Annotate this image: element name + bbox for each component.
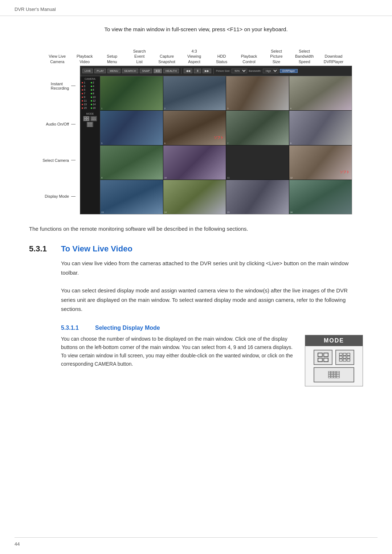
camera-cell-4[interactable]: 4 [289,76,352,110]
svg-rect-17 [87,124,89,124]
cam-num-12[interactable]: 12 [90,99,99,102]
subsection-5311-title: Selecting Display Mode [95,325,160,331]
cam-num-5[interactable]: 5 [81,88,90,91]
camera-cell-1[interactable]: 1 [100,76,163,110]
camera-cell-15[interactable]: 15 [226,180,289,214]
subsection-5311-content: You can choose the number of windows to … [61,335,363,386]
toolbar-pause-btn[interactable]: ⏸ [194,69,201,73]
cam-num-3[interactable]: 3 [81,85,90,88]
toolbar-dvr-player[interactable]: DVRPlayer [280,69,298,73]
cam-num-6[interactable]: 6 [90,88,99,91]
svg-rect-27 [90,126,91,127]
mode-9-button[interactable] [335,350,354,365]
svg-rect-54 [328,376,331,378]
toolbar-menu-btn[interactable]: MENU [107,69,121,73]
toolbar-health-btn[interactable]: HEALTH [163,69,179,73]
section-531-num: 5.3.1 [29,244,54,254]
page-header: DVR User's Manual [0,0,392,16]
svg-rect-9 [95,118,96,119]
mode-4-button[interactable] [314,350,332,365]
svg-rect-43 [331,371,333,373]
label-playback-video: PlaybackVideo [76,54,93,64]
mode-btn-16[interactable] [87,122,93,127]
label-capture-snapshot: CaptureSnapshot [158,54,176,64]
svg-rect-41 [347,359,350,361]
cam-num-10[interactable]: 10 [90,95,99,99]
svg-rect-26 [89,126,90,127]
toolbar-rew-btn[interactable]: ◀◀ [184,69,192,73]
camera-grid-area: CAMERA 1 2 3 4 5 6 7 8 [80,76,352,214]
cam-num-9[interactable]: 9 [81,95,90,99]
svg-rect-2 [84,119,86,120]
camera-cell-5[interactable]: 5 [100,111,163,145]
camera-cell-14[interactable]: 14 [163,180,226,214]
top-labels: View LiveCamera PlaybackVideo SetupMenu … [40,40,352,66]
toolbar-sep-1 [181,68,181,74]
mode-panel-body [305,346,363,386]
camera-cell-3[interactable]: 3 [226,76,289,110]
cam-num-1[interactable]: 1 [81,81,90,84]
cam-num-11[interactable]: 11 [81,99,90,102]
toolbar-ff-btn[interactable]: ▶▶ [203,69,211,73]
camera-cell-8[interactable]: 8 [289,111,352,145]
mode-16-button[interactable] [314,367,354,382]
cam-num-15[interactable]: 15 [81,106,90,110]
cam-num-13[interactable]: 13 [81,103,90,106]
page-container: DVR User's Manual To view the main windo… [0,0,392,554]
label-download-dvr: DownloadDVRPlayer [324,54,343,64]
label-select-bandwidth: SelectBandwidthSpeed [295,49,314,64]
cam-num-4[interactable]: 4 [90,85,99,88]
svg-rect-10 [91,119,93,120]
svg-rect-22 [89,125,90,126]
content-area: To view the main window in full-screen v… [0,16,392,401]
camera-cell-16[interactable]: 16 [289,180,352,214]
jp-text-12: ソフト [340,170,350,175]
svg-rect-30 [324,353,328,357]
label-setup-menu: SetupMenu [103,54,121,64]
camera-cell-2[interactable]: 2 [163,76,226,110]
cam-label-11: 11 [227,177,230,179]
toolbar-bandwidth-select[interactable]: High [263,69,278,73]
camera-cell-12[interactable]: ソフト 12 [289,145,352,180]
toolbar-snap-btn[interactable]: SNAP [140,69,152,73]
camera-sidebar: CAMERA 1 2 3 4 5 6 7 8 [80,76,100,214]
camera-cell-11[interactable]: 11 [226,145,289,180]
mode-sidebar-label: MODE [81,112,99,115]
toolbar-live-btn[interactable]: LIVE [82,69,93,73]
toolbar-search-btn[interactable]: SEARCH [122,69,138,73]
camera-cell-6[interactable]: ソフト 6 [163,111,226,145]
cam-num-2[interactable]: 2 [90,81,99,84]
toolbar-aspect-btn[interactable]: 4:3 [154,69,162,73]
toolbar-picturesize-select[interactable]: 50% [232,69,247,73]
cam-num-16[interactable]: 16 [90,106,99,110]
toolbar-sep-2 [213,68,214,74]
svg-rect-28 [91,126,93,127]
cam-num-7[interactable]: 7 [81,92,90,95]
subsection-5311-text: You can choose the number of windows to … [61,335,294,368]
cam-num-14[interactable]: 14 [90,103,99,106]
section-531-body2: You can select desired display mode and … [61,286,363,314]
mode-btn-4[interactable] [83,116,90,121]
label-viewing-aspect: 4:3ViewingAspect [185,49,203,64]
cam-num-8[interactable]: 8 [90,92,99,95]
camera-cell-9[interactable]: 9 [100,145,163,180]
mode-panel: MODE [305,335,363,386]
label-search-event: SearchEventList [131,49,148,64]
camera-cell-7[interactable]: 7 [226,111,289,145]
cam-label-1: 1 [101,107,102,110]
mode-btn-9[interactable] [90,116,97,121]
svg-rect-46 [328,373,331,374]
svg-rect-8 [93,118,94,119]
camera-cell-13[interactable]: 13 [100,180,163,214]
svg-rect-16 [91,122,93,123]
dvr-diagram-wrapper: View LiveCamera PlaybackVideo SetupMenu … [29,40,363,214]
dvr-diagram: View LiveCamera PlaybackVideo SetupMenu … [40,40,352,214]
camera-cell-10[interactable]: 10 [163,145,226,180]
toolbar-play-btn[interactable]: PLAY [94,69,106,73]
cam-label-7: 7 [227,142,228,144]
mode-panel-row-1 [309,350,359,365]
svg-rect-11 [93,119,94,120]
camera-number-grid: 1 2 3 4 5 6 7 8 9 10 [81,81,99,110]
cam-label-13: 13 [101,211,104,213]
label-select-camera: Select Camera [40,158,75,163]
